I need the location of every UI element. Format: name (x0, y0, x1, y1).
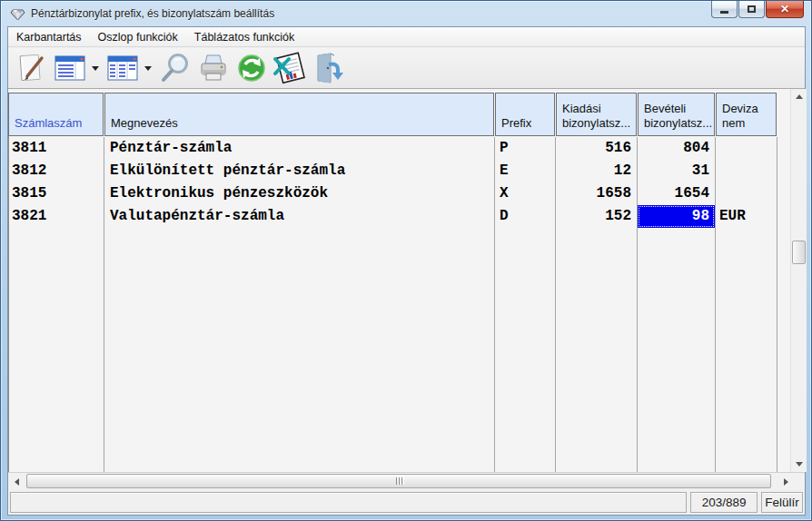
menu-tablazatos-funkciok[interactable]: Táblázatos funkciók (186, 28, 302, 46)
excel-export-icon (272, 52, 307, 84)
cell-deviza[interactable] (719, 182, 774, 205)
exit-button[interactable] (310, 50, 346, 86)
minimize-button[interactable] (711, 1, 738, 18)
scroll-right-button[interactable] (778, 474, 794, 489)
print-button[interactable] (195, 50, 232, 86)
column-header-deviza[interactable]: Deviza nem (716, 93, 777, 136)
print-icon (197, 52, 230, 84)
cell-szamlaszam[interactable]: 3821 (12, 205, 101, 228)
chevron-down-icon (92, 66, 99, 71)
search-button[interactable] (157, 50, 193, 86)
cell-kiadasi[interactable]: 12 (556, 160, 637, 182)
close-button[interactable]: ✕ (766, 1, 804, 18)
edit-icon (16, 53, 47, 84)
chevron-down-icon (144, 66, 152, 71)
header-label: Megnevezés (111, 116, 493, 131)
horizontal-scrollbar[interactable] (8, 472, 805, 489)
vertical-scrollbar[interactable] (790, 89, 807, 472)
scroll-up-button[interactable] (791, 89, 807, 104)
cell-kiadasi[interactable]: 516 (556, 137, 637, 160)
data-grid: Számlaszám Megnevezés Prefix Kiadási biz… (8, 89, 805, 472)
cell-szamlaszam[interactable]: 3815 (12, 182, 101, 205)
cell-szamlaszam[interactable]: 3812 (12, 160, 101, 182)
menu-karbantartas[interactable]: Karbantartás (8, 28, 90, 46)
horizontal-scrollbar-thumb[interactable] (26, 474, 771, 488)
record-position: 203/889 (690, 492, 758, 513)
close-icon: ✕ (780, 4, 789, 15)
excel-export-button[interactable] (272, 50, 308, 86)
arrow-left-icon (15, 478, 19, 486)
arrow-up-icon (796, 94, 803, 99)
restore-button[interactable] (738, 1, 765, 18)
scroll-down-button[interactable] (791, 457, 807, 472)
search-icon (159, 52, 192, 84)
header-label: Prefix (501, 116, 554, 131)
cell-prefix[interactable]: P (500, 137, 552, 160)
cell-megnevezes[interactable]: Valutapénztár-számla (110, 205, 491, 228)
title-bar: Pénztárbizonylat prefix, és bizonylatszá… (1, 1, 811, 26)
table-row[interactable]: 3812 Elkülönített pénztár-számla E 12 31 (8, 160, 777, 182)
toolbar (8, 48, 805, 89)
header-label: Bevételi (644, 102, 714, 116)
header-label: nem (722, 116, 776, 131)
cell-megnevezes[interactable]: Elektronikus pénzeszközök (110, 182, 491, 205)
cell-prefix[interactable]: E (500, 160, 552, 182)
header-label: Számlaszám (15, 116, 103, 131)
header-label: Deviza (722, 102, 776, 116)
cell-beveteli[interactable]: 1654 (638, 182, 715, 205)
list-view-icon (54, 53, 86, 84)
edit-button[interactable] (14, 50, 50, 86)
column-header-prefix[interactable]: Prefix (495, 93, 555, 136)
grip-icon (399, 477, 400, 485)
cell-prefix[interactable]: X (500, 182, 552, 205)
menu-oszlop-funkciok[interactable]: Oszlop funkciók (90, 28, 186, 46)
cell-prefix[interactable]: D (500, 205, 552, 228)
cell-szamlaszam[interactable]: 3811 (12, 137, 101, 160)
client-area: Karbantartás Oszlop funkciók Táblázatos … (7, 26, 806, 516)
app-window: Pénztárbizonylat prefix, és bizonylatszá… (0, 0, 812, 521)
list-view-button[interactable] (52, 50, 88, 86)
table-view-dropdown[interactable] (143, 50, 153, 86)
list-view-dropdown[interactable] (90, 50, 101, 86)
vertical-scrollbar-thumb[interactable] (792, 241, 806, 264)
refresh-button[interactable] (233, 50, 270, 86)
cell-kiadasi[interactable]: 1658 (556, 182, 637, 205)
column-header-kiadasi[interactable]: Kiadási bizonylatsz... (556, 93, 637, 136)
cell-kiadasi[interactable]: 152 (556, 205, 637, 228)
arrow-down-icon (796, 462, 803, 467)
minimize-icon (720, 11, 728, 14)
status-message-panel (10, 492, 687, 513)
exit-icon (312, 52, 343, 84)
overwrite-mode: Felülír (761, 492, 803, 513)
scroll-left-button[interactable] (9, 474, 25, 489)
grip-icon (396, 477, 397, 485)
arrow-right-icon (784, 478, 788, 486)
window-controls: ✕ (710, 1, 804, 18)
header-label: bizonylatsz... (644, 116, 714, 131)
table-row[interactable]: 3821 Valutapénztár-számla D 152 98 EUR (8, 205, 777, 228)
header-label: Kiadási (562, 102, 636, 116)
restore-icon (748, 5, 756, 13)
column-header-beveteli[interactable]: Bevételi bizonylatsz... (638, 93, 715, 136)
cell-megnevezes[interactable]: Elkülönített pénztár-számla (110, 160, 491, 182)
column-header-megnevezes[interactable]: Megnevezés (104, 93, 494, 136)
column-header-szamlaszam[interactable]: Számlaszám (8, 93, 104, 136)
table-view-icon (106, 53, 139, 84)
gridline (777, 137, 777, 472)
menu-bar: Karbantartás Oszlop funkciók Táblázatos … (8, 27, 805, 47)
app-diamond-icon (10, 6, 25, 22)
cell-deviza[interactable] (719, 137, 774, 160)
cell-beveteli-selected[interactable]: 98 (638, 205, 715, 228)
cell-megnevezes[interactable]: Pénztár-számla (110, 137, 491, 160)
cell-beveteli[interactable]: 31 (638, 160, 715, 182)
table-row[interactable]: 3811 Pénztár-számla P 516 804 (8, 137, 777, 160)
table-view-button[interactable] (104, 50, 141, 86)
cell-beveteli[interactable]: 804 (638, 137, 715, 160)
refresh-icon (235, 52, 268, 84)
cell-deviza[interactable]: EUR (719, 205, 774, 228)
status-bar: 203/889 Felülír (8, 489, 805, 515)
cell-deviza[interactable] (719, 160, 774, 182)
table-row[interactable]: 3815 Elektronikus pénzeszközök X 1658 16… (8, 182, 777, 205)
header-label: bizonylatsz... (562, 116, 636, 131)
grip-icon (401, 477, 402, 485)
